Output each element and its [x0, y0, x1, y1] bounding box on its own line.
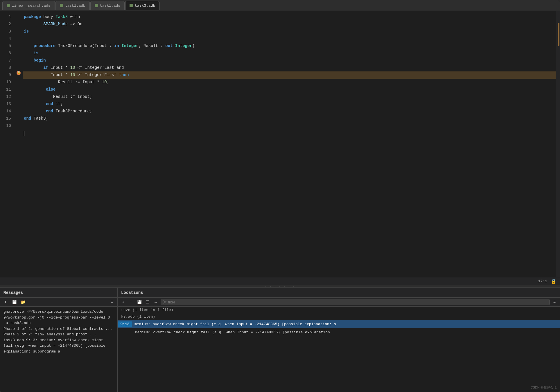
- code-line-14: end Task3Procedure;: [23, 108, 556, 115]
- messages-download-btn[interactable]: ⬇: [2, 299, 9, 305]
- token-indent-7: [24, 57, 34, 64]
- gutter-3: [15, 26, 23, 33]
- gutter-1: [15, 11, 23, 18]
- messages-panel-header: Messages: [0, 288, 117, 298]
- tab-task1-ads[interactable]: task1.ads: [90, 1, 125, 10]
- ln-15: 15: [2, 115, 11, 122]
- token-end-14: end: [46, 108, 53, 115]
- right-panel[interactable]: [556, 11, 560, 277]
- gutter-8: [15, 62, 23, 69]
- token-then: then: [119, 71, 129, 79]
- token-10-9: 10: [70, 71, 75, 79]
- tab-icon-linear-search: [7, 4, 10, 7]
- tab-icon-task1-ads: [95, 4, 98, 7]
- messages-save-btn[interactable]: 💾: [11, 299, 17, 305]
- minimap-scrollbar[interactable]: [558, 23, 559, 46]
- token-indent-6: [24, 50, 34, 57]
- token-procedure: procedure: [34, 42, 56, 50]
- token-input-8: Input *: [48, 64, 70, 71]
- location-text-1: medium: overflow check might fail (e.g. …: [134, 322, 336, 326]
- ln-9: 9: [2, 71, 11, 79]
- code-lines[interactable]: package body Task3 with SPARK_Mode => On…: [23, 11, 556, 277]
- gutter-4: [15, 33, 23, 40]
- editor-container: linear_search.ads task1.adb task1.ads ta…: [0, 0, 560, 392]
- token-close-paren-5: ): [192, 42, 195, 50]
- token-10-10: 10: [102, 79, 107, 86]
- lock-icon: 🔒: [551, 278, 557, 284]
- code-line-16: [23, 122, 556, 130]
- token-out: out: [165, 42, 173, 50]
- token-lte: <= Integer'Last: [75, 64, 116, 71]
- gutter-13: [15, 98, 23, 105]
- code-line-15: end Task3;: [23, 115, 556, 122]
- gutter-16: [15, 120, 23, 127]
- locations-download-btn[interactable]: ⬇: [120, 299, 126, 305]
- token-if: if: [43, 64, 48, 71]
- resize-handle[interactable]: · · · · · · ·: [0, 285, 560, 287]
- cursor-position: 17:1: [538, 279, 547, 283]
- location-row-2[interactable]: medium: overflow check might fail (e.g. …: [118, 328, 560, 336]
- token-is-3: is: [24, 28, 29, 35]
- ln-13: 13: [2, 100, 11, 108]
- tab-label-task3-adb: task3.adb: [135, 3, 155, 8]
- code-line-17: [23, 130, 556, 137]
- locations-list-btn[interactable]: ☰: [144, 299, 151, 305]
- line-numbers: ▾1 2 3 4 ▾5 6 7 ▾8 9 10 11 12 13 14 15 1…: [0, 11, 15, 277]
- ln-12: 12: [2, 93, 11, 100]
- code-line-12: Result := Input;: [23, 93, 556, 100]
- token-in: in: [114, 42, 119, 50]
- ln-2: 2: [2, 21, 11, 28]
- token-is-6: is: [34, 50, 39, 57]
- code-area: ▾1 2 3 4 ▾5 6 7 ▾8 9 10 11 12 13 14 15 1…: [0, 11, 560, 277]
- locations-title: Locations: [121, 290, 143, 295]
- ln-5: ▾5: [2, 42, 11, 50]
- token-integer-out: Integer: [175, 42, 192, 50]
- gutter-11: [15, 84, 23, 91]
- ln-14: 14: [2, 108, 11, 115]
- messages-title: Messages: [3, 290, 23, 295]
- code-line-10: Result := Input * 10;: [23, 79, 556, 86]
- code-line-11: else: [23, 86, 556, 93]
- tab-icon-task1-adb: [60, 4, 63, 7]
- tab-task1-adb[interactable]: task1.adb: [55, 1, 90, 10]
- token-task3: Task3: [55, 13, 68, 21]
- ln-6: 6: [2, 50, 11, 57]
- editor-main: ▾1 2 3 4 ▾5 6 7 ▾8 9 10 11 12 13 14 15 1…: [0, 11, 560, 277]
- gutter-area: 🔒: [15, 11, 23, 277]
- filter-input-wrap[interactable]: Q▾: [161, 299, 550, 305]
- tab-label-task1-adb: task1.adb: [65, 3, 85, 8]
- filter-input[interactable]: [168, 300, 548, 304]
- token-indent-2: [24, 21, 43, 28]
- gutter-12: [15, 91, 23, 98]
- code-line-2: SPARK_Mode => On: [23, 21, 556, 28]
- editor-content[interactable]: ▾1 2 3 4 ▾5 6 7 ▾8 9 10 11 12 13 14 15 1…: [0, 11, 560, 277]
- code-line-6: is: [23, 50, 556, 57]
- location-group-2-text: k3.adb (1 item): [121, 314, 155, 319]
- tab-linear-search-ads[interactable]: linear_search.ads: [2, 1, 55, 10]
- token-semi-10: ;: [107, 79, 109, 86]
- code-line-3: is: [23, 28, 556, 35]
- locations-menu-btn[interactable]: ≡: [551, 299, 558, 305]
- token-end-if: end: [46, 100, 53, 108]
- cursor: [24, 131, 24, 136]
- location-group-1: rove (1 item in 1 file): [118, 307, 560, 313]
- messages-folder-btn[interactable]: 📁: [20, 299, 26, 305]
- gutter-6: [15, 47, 23, 55]
- locations-indent-btn[interactable]: ⇥: [152, 299, 159, 305]
- token-indent-8: [24, 64, 43, 71]
- messages-toolbar: ⬇ 💾 📁 ≡: [0, 298, 117, 307]
- status-icons: 17:1 🔒: [538, 278, 557, 284]
- code-line-5: procedure Task3Procedure(Input : in Inte…: [23, 42, 556, 50]
- tab-task3-adb[interactable]: task3.adb: [125, 1, 159, 10]
- locations-save-btn[interactable]: 💾: [136, 299, 143, 305]
- messages-menu-btn[interactable]: ≡: [109, 299, 115, 305]
- location-row-1[interactable]: 9:13 medium: overflow check might fail (…: [118, 320, 560, 328]
- tab-bar: linear_search.ads task1.adb task1.ads ta…: [0, 0, 560, 11]
- locations-minus-btn[interactable]: −: [128, 299, 134, 305]
- location-group-2: k3.adb (1 item): [118, 313, 560, 320]
- location-badge-1: 9:13: [118, 321, 132, 327]
- token-10-8a: 10: [70, 64, 75, 71]
- code-line-13: end if;: [23, 100, 556, 108]
- ln-7: 7: [2, 57, 11, 64]
- tab-label-linear-search-ads: linear_search.ads: [12, 3, 51, 8]
